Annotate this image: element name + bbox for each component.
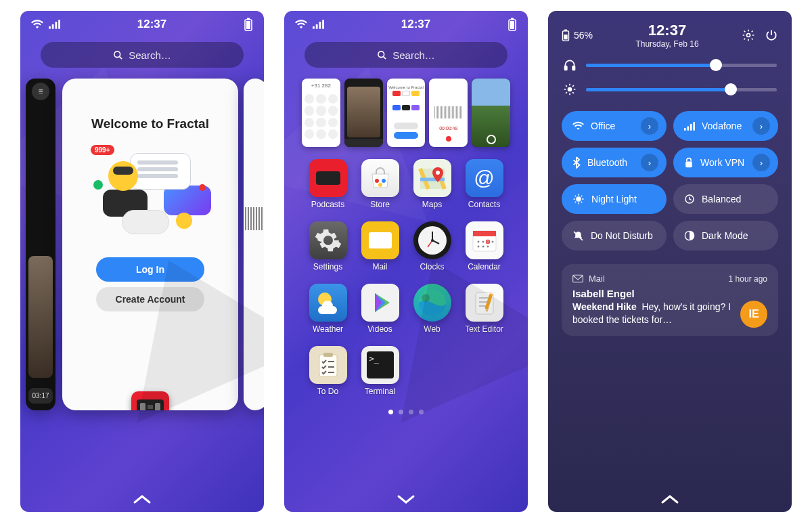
qs-night[interactable]: Night Light — [562, 184, 667, 214]
overview-card-right[interactable] — [244, 79, 264, 410]
svg-line-8 — [120, 56, 122, 59]
battery-icon — [244, 18, 253, 31]
svg-point-35 — [482, 246, 484, 248]
app-videos[interactable]: Videos — [357, 284, 403, 334]
svg-rect-52 — [323, 353, 333, 357]
notification-card[interactable]: Mail 1 hour ago Isabell Engel Weekend Hi… — [562, 264, 778, 336]
svg-point-31 — [482, 241, 484, 243]
phone-appgrid: 12:37 Search… +31 282 Welcome to Fractal — [284, 11, 528, 512]
nav-up-arrow[interactable] — [660, 493, 680, 505]
app-weather[interactable]: Weather — [304, 284, 351, 334]
recent-app-fractal[interactable]: Welcome to Fractal — [387, 79, 426, 147]
recent-phone-number: +31 282 — [302, 83, 340, 89]
app-mail[interactable]: Mail — [357, 221, 403, 272]
qs-power[interactable]: Balanced — [673, 184, 778, 214]
qs-dark[interactable]: Dark Mode — [673, 221, 778, 251]
app-terminal[interactable]: Terminal — [357, 346, 403, 396]
phone-quicksettings: 56% 12:37 Thursday, Feb 16 Office›Vodafo… — [548, 11, 792, 512]
svg-rect-88 — [573, 275, 583, 282]
svg-line-83 — [575, 202, 577, 203]
signal-icon — [49, 20, 60, 29]
search-bar[interactable]: Search… — [304, 42, 508, 68]
svg-line-82 — [581, 202, 583, 203]
qs-signal[interactable]: Vodafone› — [673, 111, 778, 141]
qs-label: Office — [591, 121, 641, 131]
app-contacts[interactable]: @Contacts — [461, 159, 508, 209]
qs-label: Bluetooth — [587, 157, 641, 168]
podcasts-icon — [309, 159, 347, 197]
app-label: Podcasts — [311, 200, 344, 209]
nav-down-arrow[interactable] — [396, 493, 416, 505]
chevron-right-icon[interactable]: › — [641, 154, 658, 171]
app-todo[interactable]: To Do — [304, 346, 351, 396]
notif-app: Mail — [589, 274, 605, 284]
mail-icon — [361, 221, 399, 259]
power-icon — [684, 194, 695, 204]
svg-point-76 — [576, 196, 581, 202]
record-icon — [445, 135, 453, 143]
svg-rect-9 — [313, 26, 315, 29]
svg-rect-3 — [58, 20, 60, 28]
status-bar: 12:37 — [20, 11, 264, 34]
app-editor[interactable]: Text Editor — [461, 284, 508, 334]
chevron-right-icon[interactable]: › — [752, 117, 770, 135]
app-store[interactable]: Store — [357, 159, 403, 209]
maps-icon — [413, 159, 451, 197]
svg-point-30 — [477, 241, 479, 243]
search-bar[interactable]: Search… — [41, 42, 244, 68]
svg-rect-1 — [52, 24, 54, 29]
chevron-right-icon[interactable]: › — [752, 154, 770, 171]
app-clocks[interactable]: Clocks — [409, 221, 455, 272]
recent-app-video[interactable] — [344, 79, 383, 147]
battery-percent: 56% — [574, 30, 593, 41]
svg-point-37 — [486, 240, 489, 244]
login-button[interactable]: Log In — [96, 257, 204, 282]
brightness-slider[interactable] — [586, 88, 777, 91]
overview-card-left[interactable]: ≡ 03:17 — [26, 79, 55, 410]
app-label: Text Editor — [465, 324, 503, 334]
qs-dnd[interactable]: Do Not Disturb — [562, 221, 667, 251]
svg-rect-10 — [316, 24, 318, 29]
app-calendar[interactable]: Calendar — [461, 221, 508, 272]
quick-settings-grid: Office›Vodafone›Bluetooth›Work VPN›Night… — [548, 102, 792, 251]
svg-line-70 — [572, 85, 574, 87]
recent-app-camera[interactable] — [472, 79, 510, 147]
recent-app-phone[interactable]: +31 282 — [302, 79, 340, 147]
app-maps[interactable]: Maps — [409, 159, 455, 209]
app-label: Contacts — [468, 200, 500, 209]
hamburger-icon: ≡ — [32, 83, 49, 100]
settings-icon[interactable] — [742, 28, 755, 42]
overview-app-icon[interactable] — [131, 391, 169, 410]
svg-point-7 — [114, 51, 120, 57]
qs-lock[interactable]: Work VPN› — [673, 148, 778, 177]
recent-app-recorder[interactable]: 00:00:48 — [429, 79, 468, 147]
badge-count: 999+ — [91, 145, 114, 155]
create-account-button[interactable]: Create Account — [96, 287, 204, 311]
svg-rect-5 — [247, 18, 250, 20]
page-indicator[interactable] — [284, 410, 528, 414]
qs-date: Thursday, Feb 16 — [635, 39, 698, 49]
volume-slider[interactable] — [586, 64, 777, 67]
chevron-right-icon[interactable]: › — [641, 117, 658, 135]
mail-icon — [572, 274, 583, 283]
qs-wifi[interactable]: Office› — [562, 111, 667, 141]
svg-point-18 — [375, 179, 379, 183]
app-podcasts[interactable]: Podcasts — [304, 159, 351, 209]
svg-rect-60 — [565, 66, 567, 70]
app-settings[interactable]: Settings — [304, 221, 351, 272]
videos-icon — [361, 284, 399, 322]
weather-icon — [309, 284, 347, 322]
web-icon — [413, 284, 451, 322]
app-label: Terminal — [365, 387, 395, 396]
overview-card-main[interactable]: Welcome to Fractal 999+ Log In Create Ac… — [62, 79, 238, 410]
nav-up-arrow[interactable] — [132, 493, 152, 505]
video-thumb — [28, 256, 53, 378]
status-time: 12:37 — [401, 18, 430, 31]
recent-apps-strip[interactable]: +31 282 Welcome to Fractal 00:00:48 — [284, 79, 528, 147]
qs-bluetooth[interactable]: Bluetooth› — [562, 148, 667, 177]
power-icon[interactable] — [765, 28, 778, 42]
app-web[interactable]: Web — [409, 284, 455, 334]
svg-rect-58 — [564, 35, 567, 39]
editor-icon — [466, 284, 503, 322]
svg-rect-2 — [55, 22, 57, 28]
